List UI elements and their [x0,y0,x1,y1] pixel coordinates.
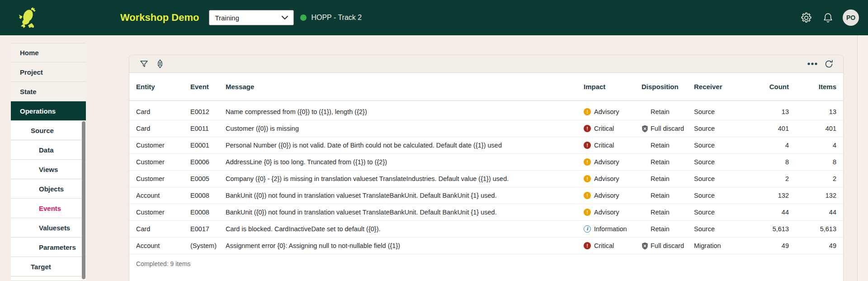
cell-event: E0006 [190,158,226,166]
cell-items: 5,613 [789,225,836,233]
cell-items: 49 [789,242,836,249]
sidebar-item-parameters[interactable]: Parameters [11,238,86,257]
column-header-event[interactable]: Event [190,83,226,90]
table-row[interactable]: Card E0011 Customer ({0}) is missing !Cr… [129,120,843,137]
cell-impact: !Advisory [581,192,642,199]
cell-count: 13 [739,108,789,115]
cell-entity: Customer [136,209,190,216]
table-toolbar [129,55,843,73]
table-row[interactable]: Account (System) Assignment error {0}: A… [129,238,843,254]
frog-logo-icon[interactable] [19,7,36,28]
cell-impact: !Critical [581,125,642,132]
cell-items: 132 [789,192,836,199]
shield-discard-icon [642,242,648,250]
shield-discard-icon [642,125,648,133]
cell-count: 49 [739,242,789,249]
sidebar-item-operations[interactable]: Operations [11,101,86,121]
cell-count: 4 [739,142,789,149]
cell-count: 44 [739,209,789,216]
sidebar-item-state[interactable]: State [11,82,86,101]
table-row[interactable]: Customer E0006 AddressLine {0} is too lo… [129,154,843,171]
cell-entity: Customer [136,142,190,149]
advisory-icon: ! [584,158,591,166]
settings-button[interactable] [798,10,814,25]
window-scrollbar-track[interactable] [857,35,868,281]
sidebar-item-target[interactable]: Target [11,257,86,276]
funnel-icon [139,59,149,69]
cell-event: E0001 [190,142,226,149]
cell-impact: !Advisory [581,158,642,166]
cell-receiver: Source [694,158,739,166]
cell-event: E0017 [190,225,226,233]
sidebar-item-objects[interactable]: Objects [11,179,86,199]
sidebar-item-label: Data [39,146,54,154]
cell-event: E0011 [190,125,226,132]
sidebar-item-views[interactable]: Views [11,160,86,179]
sidebar-item-label: Source [31,127,54,134]
cell-count: 132 [739,192,789,199]
advisory-icon: ! [584,209,591,216]
advisory-icon: ! [584,175,591,182]
status-dot-icon [300,14,307,21]
cell-event: E0008 [190,192,226,199]
sidebar-item-events[interactable]: Events [11,199,86,218]
cell-message: BankUnit ({0}) not found in translation … [226,209,581,216]
cell-disposition: Retain [642,225,694,233]
cell-items: 8 [789,158,836,166]
table-row[interactable]: Customer E0008 BankUnit ({0}) not found … [129,204,843,221]
environment-select[interactable]: Training [209,10,294,25]
column-header-disposition[interactable]: Disposition [642,83,694,90]
cell-items: 401 [789,125,836,132]
refresh-button[interactable] [822,57,835,70]
cell-message: Customer ({0}) is missing [226,125,581,132]
cell-count: 401 [739,125,789,132]
column-header-impact[interactable]: Impact [581,83,642,90]
cell-message: Personal Number ({0}) is not valid. Date… [226,142,581,149]
cell-event: E0012 [190,108,226,115]
cell-impact: iInformation [581,225,642,233]
sidebar-item-label: Events [39,205,61,212]
column-header-items[interactable]: Items [789,83,836,90]
table-row[interactable]: Customer E0005 Company ({0} - {2}) is mi… [129,171,843,187]
cell-items: 2 [789,175,836,182]
column-header-message[interactable]: Message [226,83,581,90]
table-row[interactable]: Card E0012 Name compressed from ({0}) to… [129,104,843,120]
cell-message: Company ({0} - {2}) is missing in transl… [226,175,581,182]
cell-count: 8 [739,158,789,166]
table-row[interactable]: Account E0008 BankUnit ({0}) not found i… [129,187,843,204]
environment-select-value: Training [215,14,239,22]
notifications-button[interactable] [820,10,835,25]
cell-receiver: Source [694,225,739,233]
sidebar-item-label: Objects [39,185,64,193]
app-header: Workshop Demo Training HOPP - Track 2 PO [0,0,868,35]
sidebar-item-home[interactable]: Home [11,43,86,62]
column-header-receiver[interactable]: Receiver [694,83,739,90]
cell-count: 2 [739,175,789,182]
cell-receiver: Source [694,125,739,132]
sidebar-item-label: Home [20,49,39,57]
sidebar-item-source[interactable]: Source [11,121,86,140]
cell-receiver: Source [694,142,739,149]
filter-button[interactable] [137,57,150,70]
cell-receiver: Source [694,209,739,216]
connection-status: HOPP - Track 2 [300,14,362,22]
column-header-count[interactable]: Count [739,83,789,90]
sidebar-item-label: State [20,88,37,95]
sort-button[interactable] [154,57,166,70]
cell-disposition: Retain [642,175,694,183]
cell-entity: Account [136,242,190,249]
more-options-button[interactable] [806,57,819,70]
table-row[interactable]: Card E0017 Card is blocked. CardInactive… [129,221,843,238]
information-icon: i [584,225,591,233]
sidebar-item-valuesets[interactable]: Valuesets [11,218,86,238]
user-avatar[interactable]: PO [843,10,859,26]
table-row[interactable]: Customer E0001 Personal Number ({0}) is … [129,137,843,154]
table-status-text: Completed: 9 items [129,254,843,267]
sidebar-scrollbar[interactable] [82,121,85,279]
sidebar-item-data[interactable]: Data [11,140,86,160]
sidebar-item-project[interactable]: Project [11,62,86,82]
sidebar-item-label: Views [39,166,58,173]
critical-icon: ! [584,242,591,249]
sort-icon [156,59,165,69]
column-header-entity[interactable]: Entity [136,83,190,90]
